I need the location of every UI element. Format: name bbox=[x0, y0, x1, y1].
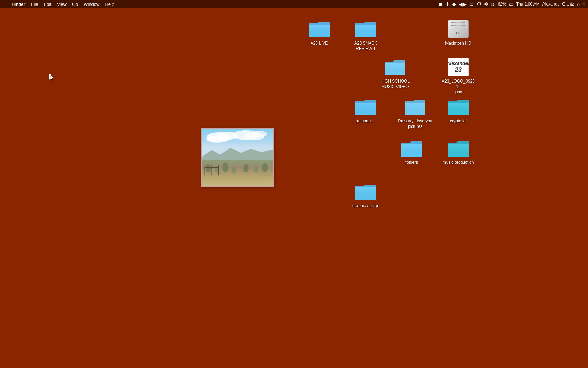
svg-point-13 bbox=[243, 164, 249, 172]
svg-point-15 bbox=[262, 163, 268, 172]
desktop: A23 LIVE A23 SNACK REVIEW 1 HD bbox=[0, 8, 588, 368]
finder-menu[interactable]: Finder bbox=[12, 2, 26, 7]
hd-label: Macintosh HD bbox=[445, 41, 471, 46]
folder-label: HIGH SCHOOL MUSIC VIDEO bbox=[381, 79, 410, 89]
svg-point-11 bbox=[222, 162, 228, 172]
folder-icon-img bbox=[403, 96, 428, 117]
folder-label: A23 SNACK REVIEW 1 bbox=[354, 41, 377, 51]
folder-crypto-lol[interactable]: crypto lol bbox=[441, 96, 476, 124]
record-icon: ⏺ bbox=[438, 1, 443, 7]
svg-marker-0 bbox=[49, 74, 54, 81]
folder-icon-img bbox=[353, 19, 378, 39]
view-menu[interactable]: View bbox=[57, 2, 67, 7]
download-icon: ⬇ bbox=[445, 1, 450, 7]
folder-icon-img bbox=[307, 19, 332, 39]
photo-preview[interactable] bbox=[201, 128, 274, 187]
notification-icon[interactable]: ≡ bbox=[582, 1, 585, 7]
vpn-icon: ◆ bbox=[452, 1, 456, 7]
folder-icon-img bbox=[353, 96, 378, 117]
folder-music-production[interactable]: music production bbox=[441, 138, 476, 166]
folder-icon-img bbox=[446, 138, 471, 159]
menubar-right: ⏺ ⬇ ◆ ◀▶ ▭ ⏱ ✲ ≋ 62% ▭ Thu 1:00 AM Alexa… bbox=[438, 1, 585, 7]
bluetooth-icon: ✲ bbox=[484, 1, 488, 7]
folder-im-sorry[interactable]: i'm sorry i love you pictures bbox=[394, 96, 436, 129]
folder-folders[interactable]: folders bbox=[394, 138, 429, 166]
go-menu[interactable]: Go bbox=[72, 2, 78, 7]
folder-label: music production bbox=[443, 160, 474, 166]
svg-rect-8 bbox=[202, 160, 273, 186]
folder-icon-img bbox=[446, 96, 471, 117]
folder-icon-img bbox=[353, 181, 378, 202]
folder-label: crypto lol bbox=[450, 119, 467, 124]
username: Alexander Glantz bbox=[542, 2, 574, 7]
svg-point-12 bbox=[232, 166, 236, 174]
folder-label: personal… bbox=[356, 119, 376, 124]
folder-label: i'm sorry i love you pictures bbox=[398, 119, 432, 129]
icon-macintosh-hd[interactable]: HD Macintosh HD bbox=[441, 19, 476, 46]
airplay-icon: ▭ bbox=[469, 1, 474, 7]
file-menu[interactable]: File bbox=[31, 2, 38, 7]
time-icon: ⏱ bbox=[477, 1, 481, 7]
wifi-icon: ≋ bbox=[491, 1, 495, 7]
photo-image bbox=[202, 129, 273, 186]
folder-icon-img bbox=[383, 57, 408, 77]
battery-icon: ▭ bbox=[509, 1, 513, 7]
folder-label: A23 LIVE bbox=[311, 41, 328, 46]
edit-menu[interactable]: Edit bbox=[44, 2, 51, 7]
photo-resize-handle[interactable] bbox=[268, 181, 272, 185]
search-icon[interactable]: ⌕ bbox=[577, 1, 580, 7]
help-menu[interactable]: Help bbox=[105, 2, 114, 7]
folder-personal[interactable]: personal… bbox=[349, 96, 383, 124]
apple-menu[interactable]:  bbox=[3, 1, 5, 7]
folder-high-school[interactable]: HIGH SCHOOL MUSIC VIDEO bbox=[378, 57, 412, 89]
folder-label: folders bbox=[405, 160, 418, 166]
folder-label: graphic design bbox=[352, 203, 379, 209]
svg-point-4 bbox=[207, 136, 224, 143]
datetime: Thu 1:00 AM bbox=[516, 2, 540, 7]
menubar-left:  Finder File Edit View Go Window Help bbox=[3, 1, 114, 7]
timemachine-icon: ◀▶ bbox=[459, 1, 467, 7]
folder-graphic-design[interactable]: graphic design bbox=[349, 181, 383, 209]
svg-point-7 bbox=[252, 131, 267, 137]
a23-logo-label: A23_LOGO_092319 .png bbox=[441, 79, 476, 95]
battery-percentage: 62% bbox=[498, 2, 506, 7]
window-menu[interactable]: Window bbox=[84, 2, 99, 7]
hd-icon-img: HD bbox=[446, 19, 471, 39]
folder-icon-img bbox=[399, 138, 424, 159]
folder-a23-snack[interactable]: A23 SNACK REVIEW 1 bbox=[349, 19, 383, 51]
a23-logo-img: Alexander 23 bbox=[446, 57, 471, 77]
folder-a23-live[interactable]: A23 LIVE bbox=[302, 19, 336, 46]
menubar:  Finder File Edit View Go Window Help ⏺… bbox=[0, 0, 588, 8]
svg-point-14 bbox=[254, 166, 258, 173]
icon-a23-logo[interactable]: Alexander 23 A23_LOGO_092319 .png bbox=[441, 57, 476, 95]
cursor bbox=[49, 74, 53, 81]
svg-point-9 bbox=[206, 164, 211, 172]
